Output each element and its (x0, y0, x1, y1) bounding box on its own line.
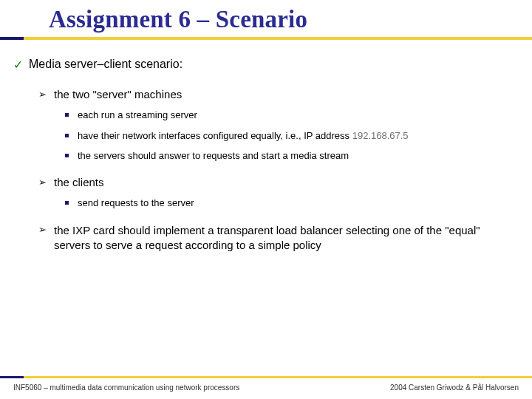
arrow-icon: ➢ (38, 176, 47, 189)
title-area: Assignment 6 – Scenario (0, 0, 532, 33)
footer-row: INF5060 – multimedia data communication … (13, 383, 519, 392)
square-bullet-icon (65, 154, 69, 157)
servers-block: ➢ the two "server" machines each run a s… (13, 88, 519, 163)
page-title: Assignment 6 – Scenario (0, 6, 532, 33)
footer: INF5060 – multimedia data communication … (0, 381, 532, 392)
square-bullet-icon (65, 113, 69, 117)
footer-right: 2004 Carsten Griwodz & Pål Halvorsen (390, 383, 519, 392)
footer-accent-dark (0, 376, 24, 378)
bullet-level3: send requests to the server (65, 197, 519, 210)
underline-accent-dark (0, 37, 24, 40)
underline-accent-yellow (24, 37, 532, 40)
ixp-block: ➢ the IXP card should implement a transp… (13, 223, 519, 253)
footer-accent-yellow (24, 376, 532, 378)
bullet-text-prefix: have their network interfaces configured… (78, 130, 352, 141)
bullet-level2: ➢ the IXP card should implement a transp… (38, 223, 519, 253)
square-bullet-icon (65, 134, 69, 137)
bullet-text: have their network interfaces configured… (78, 129, 409, 143)
title-underline (0, 37, 532, 40)
bullet-text: send requests to the server (78, 197, 194, 210)
bullet-level2: ➢ the clients (38, 176, 519, 189)
bullet-level1: ✓ Media server–client scenario: (13, 58, 519, 72)
arrow-icon: ➢ (38, 88, 47, 101)
ip-address: 192.168.67.5 (352, 130, 409, 141)
slide: Assignment 6 – Scenario ✓ Media server–c… (0, 0, 532, 399)
bullet-level3: have their network interfaces configured… (65, 129, 519, 143)
content-area: ✓ Media server–client scenario: ➢ the tw… (0, 58, 532, 266)
bullet-level3: each run a streaming server (65, 109, 519, 122)
bullet-level2: ➢ the two "server" machines (38, 88, 519, 101)
bullet-text: the clients (54, 176, 104, 188)
bullet-text: each run a streaming server (78, 109, 197, 122)
square-bullet-icon (65, 201, 69, 205)
footer-line (0, 376, 532, 378)
bullet-text: the two "server" machines (54, 88, 182, 100)
bullet-text: Media server–client scenario: (29, 58, 183, 71)
check-icon: ✓ (13, 58, 23, 72)
clients-block: ➢ the clients send requests to the serve… (13, 176, 519, 210)
bullet-level3: the servers should answer to requests an… (65, 149, 519, 163)
bullet-text: the IXP card should implement a transpar… (54, 223, 519, 253)
footer-left: INF5060 – multimedia data communication … (13, 383, 239, 392)
bullet-text: the servers should answer to requests an… (78, 149, 349, 163)
arrow-icon: ➢ (38, 223, 47, 236)
